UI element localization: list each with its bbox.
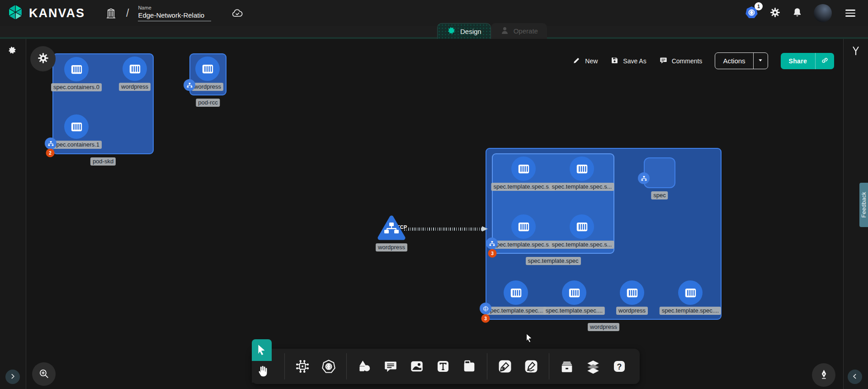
node-container-2[interactable] xyxy=(64,114,89,139)
feedback-tab[interactable]: Feedback xyxy=(859,183,868,227)
tab-design[interactable]: Design xyxy=(437,23,491,39)
network-badge-icon[interactable] xyxy=(184,79,195,91)
container-label-11: spec.template.spec.... xyxy=(660,307,721,315)
canvas-toolbar: ? xyxy=(252,349,640,384)
help-tool[interactable]: ? xyxy=(609,356,630,377)
hamburger-menu-button[interactable] xyxy=(843,9,858,17)
design-name-input[interactable] xyxy=(138,11,211,21)
count-badge[interactable]: 3 xyxy=(481,314,490,323)
node-container-3[interactable] xyxy=(195,57,220,81)
tab-operate[interactable]: Operate xyxy=(491,23,547,39)
kanvas-logo-icon xyxy=(6,3,24,23)
count-badge[interactable]: 2 xyxy=(46,149,55,157)
select-tool[interactable] xyxy=(252,339,272,361)
image-tool[interactable] xyxy=(406,356,428,377)
node-container-4[interactable] xyxy=(511,157,536,181)
node-spec-template-spec[interactable] xyxy=(492,153,614,254)
new-button[interactable]: New xyxy=(572,56,598,66)
node-container-10[interactable] xyxy=(620,280,644,305)
shapes-tool[interactable] xyxy=(354,356,375,377)
breadcrumb-separator: / xyxy=(126,7,129,19)
node-service-wordpress[interactable] xyxy=(377,215,406,241)
actions-button[interactable]: Actions xyxy=(715,53,753,69)
share-button[interactable]: Share xyxy=(781,53,815,69)
node-container-6[interactable] xyxy=(511,214,536,239)
design-action-bar: New Save As Comments Actions Share xyxy=(572,52,834,69)
kanvas-mark-icon xyxy=(7,45,17,55)
drawer-tool[interactable] xyxy=(556,356,578,377)
kanvas-app: KANVAS / Name 1 xyxy=(0,0,868,389)
kanvas-logo[interactable]: KANVAS xyxy=(6,3,85,23)
copy-link-button[interactable] xyxy=(815,53,834,69)
design-tab-icon xyxy=(447,26,456,37)
node-container-11[interactable] xyxy=(678,280,703,305)
node-container-7[interactable] xyxy=(570,214,594,239)
header-actions: 1 xyxy=(745,0,868,26)
network-badge-icon[interactable] xyxy=(638,172,650,184)
comment-tool[interactable] xyxy=(380,356,401,377)
container-label-1: wordpress xyxy=(119,83,151,91)
top-header: KANVAS / Name 1 xyxy=(0,0,868,26)
text-tool[interactable] xyxy=(432,356,454,377)
node-container-9[interactable] xyxy=(562,280,586,305)
save-as-button[interactable]: Save As xyxy=(610,56,646,66)
settings-button[interactable] xyxy=(769,7,781,19)
user-avatar[interactable] xyxy=(814,4,832,22)
kubernetes-tool[interactable] xyxy=(318,356,340,377)
container-label-6: spec.template.spec.s... xyxy=(491,241,556,249)
count-badge[interactable]: 3 xyxy=(488,249,497,258)
organization-icon xyxy=(105,7,117,19)
node-container-0[interactable] xyxy=(64,57,89,81)
pen-tool[interactable] xyxy=(494,356,516,377)
kubernetes-context-button[interactable]: 1 xyxy=(745,5,759,21)
mouse-cursor xyxy=(524,332,534,343)
zoom-in-magnifier-icon xyxy=(38,368,50,381)
freehand-tool[interactable] xyxy=(520,356,542,377)
components-tool[interactable] xyxy=(292,356,313,377)
node-container-1[interactable] xyxy=(123,57,147,81)
pan-tool[interactable] xyxy=(252,361,272,383)
notifications-button[interactable] xyxy=(792,7,803,19)
toolbar-divider xyxy=(346,353,347,380)
design-name-label: Name xyxy=(138,5,211,10)
mode-tabs: Design Operate xyxy=(437,23,547,39)
mode-tab-strip xyxy=(0,26,868,39)
node-container-5[interactable] xyxy=(570,157,594,181)
container-label-0: spec.containers.0 xyxy=(51,83,102,91)
expand-left-panel-button[interactable] xyxy=(5,370,20,384)
actions-split-button: Actions xyxy=(715,52,768,69)
canvas-config-button[interactable] xyxy=(30,46,56,71)
kubernetes-context-count: 1 xyxy=(755,2,763,10)
deploy-badge-icon[interactable] xyxy=(480,303,491,314)
network-badge-icon[interactable] xyxy=(45,138,57,149)
comments-button[interactable]: Comments xyxy=(659,56,703,66)
operate-tab-icon xyxy=(500,26,509,37)
container-label-5: spec.template.spec.s... xyxy=(550,183,614,191)
chevron-right-icon xyxy=(9,373,16,381)
layers-tool[interactable] xyxy=(582,356,604,377)
operate-tab-label: Operate xyxy=(514,27,538,35)
bell-icon xyxy=(792,7,803,19)
toolbar-divider xyxy=(487,353,487,380)
edge-service-to-deployment[interactable] xyxy=(404,228,482,231)
pencil-icon xyxy=(572,56,581,66)
cursor-arrow-icon xyxy=(256,344,268,357)
branch-icon[interactable] xyxy=(850,45,861,56)
network-badge-icon[interactable] xyxy=(486,237,498,249)
zoom-search-button[interactable] xyxy=(32,362,56,386)
node-container-8[interactable] xyxy=(504,280,528,305)
node-spec[interactable] xyxy=(644,157,675,188)
ink-pen-button[interactable] xyxy=(812,363,835,387)
hand-icon xyxy=(255,365,269,379)
collapse-right-panel-button[interactable] xyxy=(848,370,862,384)
cloud-saved-icon xyxy=(231,7,244,19)
save-as-label: Save As xyxy=(623,57,646,65)
toolbar-divider xyxy=(284,353,285,380)
pen-nib-icon xyxy=(818,369,830,381)
note-tool[interactable] xyxy=(458,356,480,377)
caret-down-icon xyxy=(757,57,764,65)
comment-icon xyxy=(659,56,668,66)
container-label-10: wordpress xyxy=(616,307,648,315)
actions-dropdown-button[interactable] xyxy=(753,53,768,69)
service-label: wordpress xyxy=(376,243,407,251)
